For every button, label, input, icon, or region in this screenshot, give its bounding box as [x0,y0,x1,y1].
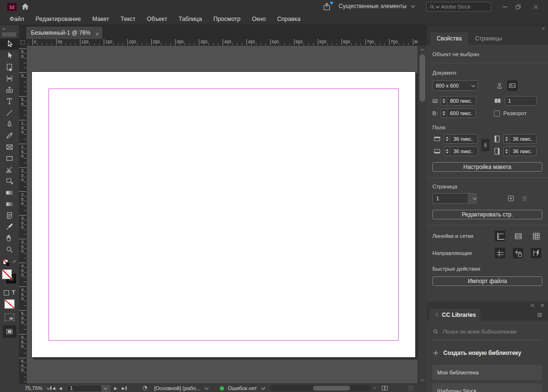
view-options-icon[interactable] [5,314,14,321]
create-library-button[interactable]: Создать новую библиотеку [432,350,542,356]
cc-search-input[interactable] [443,329,542,334]
page-size-select[interactable]: 800 x 600 [432,80,478,91]
restore-button[interactable] [512,2,524,11]
chevron-up-icon[interactable] [420,47,425,52]
pasteboard[interactable] [27,46,418,383]
width-field[interactable]: 800 пикс. [440,96,476,106]
screen-mode-button[interactable] [3,325,16,338]
adjust-layout-button[interactable]: Настройка макета [432,162,542,172]
gradient-feather-tool[interactable] [0,198,19,210]
formatting-text-toggle[interactable]: T [12,290,15,295]
page-dropdown-button[interactable] [101,385,110,392]
menu-type[interactable]: Текст [115,13,141,25]
scroll-left-arrow[interactable]: ‹ [264,384,265,392]
previous-page-button[interactable]: ◀ [59,384,62,392]
vertical-ruler[interactable]: 50050100150200250300350400450500550600 [19,46,27,383]
collapse-panels-icon[interactable]: » [542,26,544,31]
line-tool[interactable] [0,107,19,118]
workspace-switcher[interactable]: Существенные элементы [339,3,414,10]
selection-tool[interactable] [0,39,19,50]
stock-search-box[interactable] [426,2,491,11]
horizontal-scrollbar[interactable] [270,385,371,391]
tab-pages[interactable]: Страницы [469,32,508,45]
menu-table[interactable]: Таблица [173,13,207,25]
preflight-menu[interactable] [142,384,148,392]
preflight-status[interactable]: Ошибок нет [220,384,264,392]
facing-pages-checkbox[interactable] [494,110,500,117]
rectangle-tool[interactable] [0,153,19,164]
menu-window[interactable]: Окно [246,13,272,25]
portrait-orientation-button[interactable] [494,80,505,91]
note-tool[interactable] [0,210,19,221]
import-file-button[interactable]: Импорт файла [432,276,542,286]
pen-tool[interactable] [0,118,19,130]
ruler-origin-box[interactable] [19,39,27,46]
menu-view[interactable]: Просмотр [207,13,246,25]
tab-properties[interactable]: Свойства [431,32,468,45]
free-transform-tool[interactable] [0,176,19,187]
menu-file[interactable]: Файл [4,13,30,25]
mini-stroke-swatch[interactable] [6,262,10,266]
pencil-tool[interactable] [0,130,19,141]
baseline-grid-button[interactable] [513,231,523,241]
lock-guides-button[interactable] [513,248,523,258]
document-grid-button[interactable] [531,231,541,241]
tools-panel-header[interactable]: » [0,25,19,39]
gradient-tool[interactable] [0,187,19,198]
swap-arrow-icon[interactable] [12,259,18,265]
add-page-icon[interactable] [507,195,515,202]
menu-edit[interactable]: Редактирование [30,13,87,25]
delete-page-icon[interactable] [521,195,528,202]
height-field[interactable]: 600 пикс. [440,108,476,118]
close-button[interactable] [529,2,542,11]
landscape-orientation-button[interactable] [507,80,518,91]
menu-object[interactable]: Объект [141,13,173,25]
library-item-stock-templates[interactable]: Шаблоны Stock [432,383,542,392]
page-tool[interactable] [0,61,19,73]
horizontal-ruler[interactable]: 0501001502002503003504004505005506006507… [27,39,418,46]
zoom-tool[interactable] [0,244,19,255]
link-margins-button[interactable] [481,139,489,151]
formatting-container-toggle[interactable] [4,290,9,295]
edit-page-button[interactable]: Редактировать стр. [432,210,542,219]
margin-top-stepper[interactable] [444,135,450,143]
library-item-my-library[interactable]: Моя библиотека [432,365,542,380]
margin-outside-field[interactable]: 36 пикс. [503,147,537,156]
page-canvas[interactable] [31,71,416,358]
home-button[interactable] [20,2,30,11]
apply-none-button[interactable] [4,299,15,309]
frame-tool[interactable] [0,141,19,153]
fill-swatch[interactable] [2,269,12,279]
document-tab[interactable]: Безымянный-1 @ 76% [26,27,102,39]
chevron-down-icon[interactable] [420,377,425,382]
content-collector-tool[interactable] [0,84,19,96]
margin-inside-field[interactable]: 36 пикс. [503,134,537,144]
menu-help[interactable]: Справка [272,13,306,25]
pages-count-field[interactable]: 1 [505,96,537,106]
zoom-level[interactable]: 75,75% [25,384,50,392]
margin-top-field[interactable]: 36 пикс. [444,134,478,144]
scroll-right-arrow[interactable]: › [374,384,375,392]
margin-outside-stepper[interactable] [504,147,510,156]
smart-guides-button[interactable] [531,248,541,258]
split-view-button[interactable] [381,384,389,392]
page-select[interactable]: 1 [432,193,477,204]
mini-fill-stroke[interactable] [0,259,19,266]
collapse-panel-icon[interactable] [529,303,536,307]
type-tool[interactable] [0,96,19,107]
margin-bottom-field[interactable]: 36 пикс. [444,147,478,156]
page-number-field[interactable]: 1 [67,384,110,392]
first-page-button[interactable]: ◀ [50,384,55,392]
margin-bottom-stepper[interactable] [444,147,450,156]
next-page-button[interactable]: ▶ [114,384,117,392]
minimize-button[interactable] [499,2,511,11]
margin-inside-stepper[interactable] [504,135,510,143]
scissors-tool[interactable] [0,164,19,176]
stock-search-input[interactable] [441,4,488,10]
tab-close-icon[interactable] [95,31,99,35]
eyedropper-tool[interactable] [0,221,19,233]
panel-close-icon[interactable] [540,303,545,307]
height-stepper[interactable] [441,109,447,118]
page-select-dropdown[interactable] [468,194,476,203]
cc-search-box[interactable] [432,328,542,340]
